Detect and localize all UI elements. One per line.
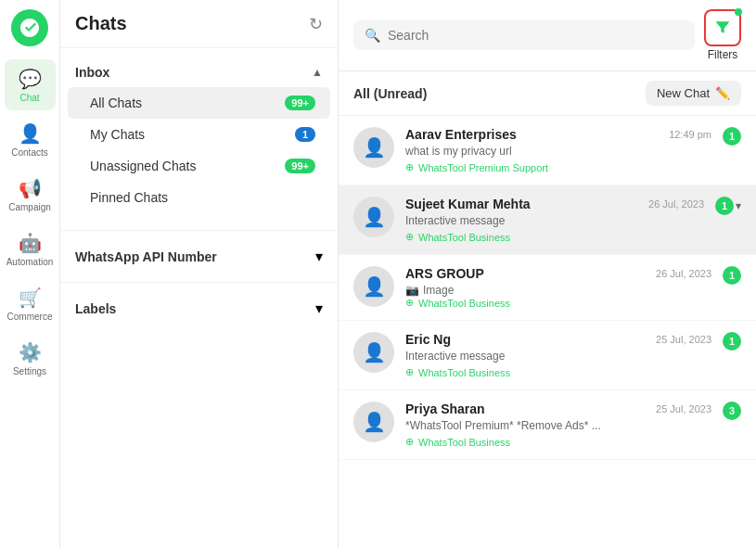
search-box[interactable]: 🔍	[353, 20, 695, 50]
nav-all-chats[interactable]: All Chats 99+	[68, 87, 330, 119]
all-chats-label: All Chats	[90, 96, 142, 110]
sidebar-commerce-label: Commerce	[7, 312, 53, 322]
unread-badge: 1	[723, 332, 741, 350]
avatar: 👤	[353, 127, 394, 168]
chat-name: Aarav Enterprises	[405, 127, 517, 142]
chat-item[interactable]: 👤 Priya Sharan 25 Jul, 2023 *WhatsTool P…	[339, 390, 756, 460]
inbox-title: Inbox	[75, 65, 109, 80]
logo	[11, 9, 48, 46]
whatsapp-api-section[interactable]: WhatsApp API Number ▾	[60, 238, 338, 274]
chat-list-panel: Chats ↻ Inbox ▲ All Chats 99+ My Chats 1…	[60, 0, 339, 548]
sidebar-contacts-label: Contacts	[11, 147, 47, 158]
sidebar-item-commerce[interactable]: 🛒 Commerce	[5, 278, 56, 329]
labels-section[interactable]: Labels ▾	[60, 290, 338, 326]
unread-badge: 1	[715, 197, 734, 215]
settings-icon: ⚙️	[19, 341, 42, 363]
chat-item[interactable]: 👤 Sujeet Kumar Mehta 26 Jul, 2023 Intera…	[339, 185, 756, 255]
whatsapp-api-chevron-icon: ▾	[315, 248, 323, 265]
chat-content: ARS GROUP 26 Jul, 2023 📷 Image ⊕ WhatsTo…	[405, 266, 711, 309]
chat-meta: ⊕ WhatsTool Premium Support	[405, 161, 711, 173]
avatar: 👤	[353, 197, 394, 237]
unread-badge: 1	[723, 266, 741, 285]
chat-right: 1	[723, 127, 741, 146]
sidebar-item-campaign[interactable]: 📢 Campaign	[5, 169, 56, 220]
chat-top: Aarav Enterprises 12:49 pm	[405, 127, 711, 142]
sidebar-settings-label: Settings	[13, 366, 46, 376]
filter-icon	[713, 19, 732, 37]
automation-icon: 🤖	[19, 232, 42, 254]
chat-item[interactable]: 👤 Aarav Enterprises 12:49 pm what is my …	[339, 116, 756, 185]
section-label: All (Unread)	[353, 86, 427, 101]
panel-title: Chats	[75, 13, 127, 34]
filters-label: Filters	[708, 48, 738, 61]
camera-icon: 📷	[405, 284, 419, 297]
chat-name: ARS GROUP	[405, 266, 484, 281]
chat-time: 26 Jul, 2023	[648, 198, 704, 210]
chevron-down-icon: ▾	[736, 199, 741, 212]
chat-preview: *WhatsTool Premium* *Remove Ads* ...	[405, 419, 711, 432]
chat-top: Eric Ng 25 Jul, 2023	[405, 332, 711, 347]
chat-source: WhatsTool Business	[418, 367, 510, 378]
sidebar-campaign-label: Campaign	[8, 202, 51, 212]
main-header: 🔍 Filters	[339, 0, 756, 71]
chat-right: 1 ▾	[715, 197, 741, 215]
unassigned-chats-label: Unassigned Chats	[90, 159, 196, 173]
whatsapp-api-label: WhatsApp API Number	[75, 249, 217, 264]
image-preview: 📷 Image	[405, 284, 711, 297]
chat-right: 3	[723, 401, 741, 420]
whatsapp-icon: ⊕	[405, 231, 414, 243]
chat-source: WhatsTool Business	[418, 298, 510, 309]
whatsapp-icon: ⊕	[405, 366, 414, 378]
nav-unassigned-chats[interactable]: Unassigned Chats 99+	[68, 150, 330, 182]
unread-badge: 1	[723, 127, 741, 146]
sidebar-item-automation[interactable]: 🤖 Automation	[5, 223, 56, 274]
nav-my-chats[interactable]: My Chats 1	[68, 119, 330, 150]
commerce-icon: 🛒	[19, 287, 42, 309]
labels-label: Labels	[75, 301, 116, 316]
contacts-icon: 👤	[19, 122, 42, 145]
divider-1	[60, 230, 338, 231]
sidebar-item-settings[interactable]: ⚙️ Settings	[5, 333, 56, 384]
chat-source: WhatsTool Business	[418, 232, 510, 243]
filter-button[interactable]	[704, 9, 741, 46]
refresh-icon[interactable]: ↻	[309, 14, 323, 34]
filter-wrap: Filters	[704, 9, 741, 61]
filter-active-dot	[735, 8, 742, 16]
chat-right: 1	[723, 266, 741, 285]
chat-item[interactable]: 👤 Eric Ng 25 Jul, 2023 Interactive messa…	[339, 321, 756, 390]
new-chat-label: New Chat	[657, 86, 710, 100]
chat-meta: ⊕ WhatsTool Business	[405, 231, 704, 243]
chat-item[interactable]: 👤 ARS GROUP 26 Jul, 2023 📷 Image ⊕ Whats…	[339, 255, 756, 321]
inbox-chevron-icon: ▲	[312, 66, 323, 79]
my-chats-label: My Chats	[90, 127, 145, 142]
chat-meta: ⊕ WhatsTool Business	[405, 297, 711, 309]
chat-content: Aarav Enterprises 12:49 pm what is my pr…	[405, 127, 711, 173]
search-input[interactable]	[388, 28, 684, 43]
chat-list: 👤 Aarav Enterprises 12:49 pm what is my …	[339, 116, 756, 548]
image-label: Image	[423, 284, 454, 297]
unassigned-badge: 99+	[285, 159, 315, 173]
inbox-header[interactable]: Inbox ▲	[60, 57, 338, 87]
chat-top: ARS GROUP 26 Jul, 2023	[405, 266, 711, 281]
pinned-chats-label: Pinned Chats	[90, 190, 168, 205]
chat-source: WhatsTool Premium Support	[418, 162, 548, 173]
whatsapp-icon: ⊕	[405, 297, 414, 309]
chat-time: 26 Jul, 2023	[656, 268, 711, 279]
nav-pinned-chats[interactable]: Pinned Chats	[68, 182, 330, 213]
new-chat-button[interactable]: New Chat ✏️	[646, 81, 741, 106]
inbox-section: Inbox ▲ All Chats 99+ My Chats 1 Unassig…	[60, 48, 338, 223]
chat-name: Priya Sharan	[405, 401, 485, 416]
chat-name: Sujeet Kumar Mehta	[405, 197, 531, 211]
chat-content: Sujeet Kumar Mehta 26 Jul, 2023 Interact…	[405, 197, 704, 243]
divider-2	[60, 282, 338, 283]
sidebar-chat-label: Chat	[19, 93, 39, 103]
chat-content: Priya Sharan 25 Jul, 2023 *WhatsTool Pre…	[405, 401, 711, 448]
sidebar-item-contacts[interactable]: 👤 Contacts	[5, 114, 56, 165]
expand-row: 1 ▾	[715, 197, 741, 215]
main-area: 🔍 Filters All (Unread) New Chat ✏️ 👤	[339, 0, 756, 548]
chat-name: Eric Ng	[405, 332, 451, 347]
chat-time: 25 Jul, 2023	[656, 403, 711, 414]
whatsapp-icon: ⊕	[405, 436, 414, 448]
campaign-icon: 📢	[19, 177, 42, 199]
sidebar-item-chat[interactable]: 💬 Chat	[5, 59, 56, 110]
